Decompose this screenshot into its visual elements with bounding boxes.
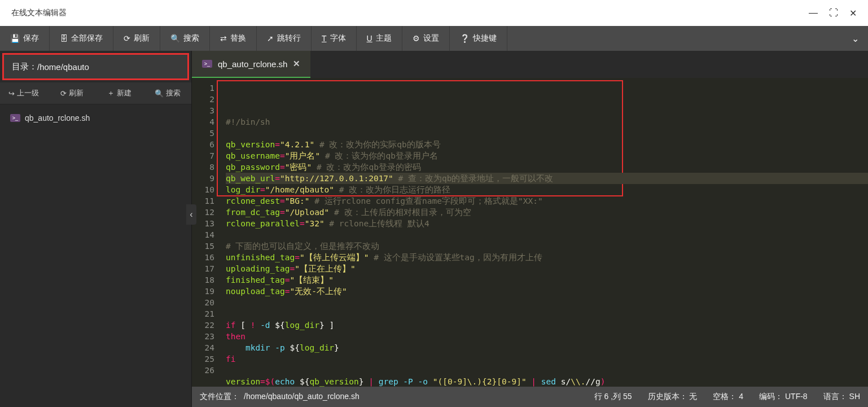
save-all-icon: 🗄	[60, 34, 68, 43]
maximize-icon[interactable]: ⛶	[829, 8, 838, 19]
file-list: >_ qb_auto_rclone.sh	[0, 104, 191, 407]
file-name: qb_auto_rclone.sh	[25, 113, 90, 122]
app-title: 在线文本编辑器	[11, 8, 67, 18]
statusbar: 文件位置： /home/qbauto/qb_auto_rclone.sh 行 6…	[192, 387, 868, 407]
tab-bar: >_ qb_auto_rclone.sh ✕	[192, 51, 868, 78]
font-icon: T	[322, 34, 327, 43]
history-version[interactable]: 历史版本： 无	[648, 392, 698, 402]
settings-button[interactable]: ⚙ 设置	[402, 26, 450, 51]
filepath-label: 文件位置：	[200, 392, 239, 402]
line-gutter: 1234567891011121314151617181920212223242…	[192, 78, 220, 387]
sidebar: 目录： /home/qbauto ↪ 上一级 ⟳ 刷新 ＋ 新建 🔍 搜索	[0, 51, 192, 407]
chevron-down-icon: ⌄	[852, 33, 859, 44]
directory-path-row[interactable]: 目录： /home/qbauto	[2, 53, 189, 80]
editor-area: >_ qb_auto_rclone.sh ✕ 12345678910111213…	[192, 51, 868, 407]
font-button[interactable]: T 字体	[312, 26, 357, 51]
encoding[interactable]: 编码： UTF-8	[759, 392, 808, 402]
search-button[interactable]: 🔍 搜索	[160, 26, 210, 51]
goto-line-button[interactable]: ➚ 跳转行	[257, 26, 312, 51]
sidebar-search-button[interactable]: 🔍 搜索	[143, 82, 191, 104]
directory-label: 目录：	[12, 62, 37, 72]
sidebar-refresh-button[interactable]: ⟳ 刷新	[48, 82, 96, 104]
search-icon: 🔍	[170, 34, 180, 43]
shortcuts-button[interactable]: ❔ 快捷键	[450, 26, 507, 51]
theme-icon: U	[367, 34, 372, 43]
toolbar: 💾 保存 🗄 全部保存 ⟳ 刷新 🔍 搜索 ⇄ 替换 ➚ 跳转行 T 字体 U …	[0, 26, 868, 51]
theme-button[interactable]: U 主题	[357, 26, 402, 51]
indent-spaces[interactable]: 空格： 4	[713, 392, 743, 402]
toolbar-chevron-button[interactable]: ⌄	[843, 26, 868, 51]
plus-icon: ＋	[107, 88, 115, 98]
close-icon[interactable]: ✕	[849, 8, 857, 19]
save-all-button[interactable]: 🗄 全部保存	[50, 26, 113, 51]
filepath-value: /home/qbauto/qb_auto_rclone.sh	[244, 392, 360, 402]
shell-file-icon: >_	[202, 60, 212, 68]
tab-close-button[interactable]: ✕	[293, 59, 300, 69]
directory-path: /home/qbauto	[37, 62, 89, 72]
file-item[interactable]: >_ qb_auto_rclone.sh	[0, 109, 191, 127]
tab-label: qb_auto_rclone.sh	[218, 59, 287, 69]
up-icon: ↪	[8, 89, 15, 98]
sidebar-up-button[interactable]: ↪ 上一级	[0, 82, 48, 104]
replace-button[interactable]: ⇄ 替换	[210, 26, 257, 51]
replace-icon: ⇄	[220, 34, 227, 43]
sidebar-new-button[interactable]: ＋ 新建	[96, 82, 144, 104]
chevron-left-icon: ‹	[190, 209, 192, 220]
tab-active[interactable]: >_ qb_auto_rclone.sh ✕	[192, 51, 310, 78]
refresh-button[interactable]: ⟳ 刷新	[113, 26, 160, 51]
code-editor[interactable]: 1234567891011121314151617181920212223242…	[192, 78, 868, 387]
search-icon: 🔍	[155, 89, 164, 98]
shell-file-icon: >_	[10, 114, 20, 122]
save-button[interactable]: 💾 保存	[0, 26, 50, 51]
language-mode[interactable]: 语言： SH	[823, 392, 860, 402]
save-icon: 💾	[10, 34, 20, 43]
sidebar-collapse-button[interactable]: ‹	[186, 204, 196, 225]
help-icon: ❔	[460, 34, 470, 43]
titlebar: 在线文本编辑器 — ⛶ ✕	[0, 0, 868, 26]
refresh-icon: ⟳	[60, 89, 67, 98]
main: 目录： /home/qbauto ↪ 上一级 ⟳ 刷新 ＋ 新建 🔍 搜索	[0, 51, 868, 407]
gear-icon: ⚙	[413, 34, 420, 43]
goto-icon: ➚	[267, 34, 274, 43]
minimize-icon[interactable]: —	[809, 8, 818, 19]
row-col[interactable]: 行 6 ,列 55	[594, 392, 632, 402]
refresh-icon: ⟳	[124, 34, 130, 43]
code-content[interactable]: #!/bin/shqb_version="4.2.1" # 改：改为你的实际qb…	[220, 78, 868, 387]
